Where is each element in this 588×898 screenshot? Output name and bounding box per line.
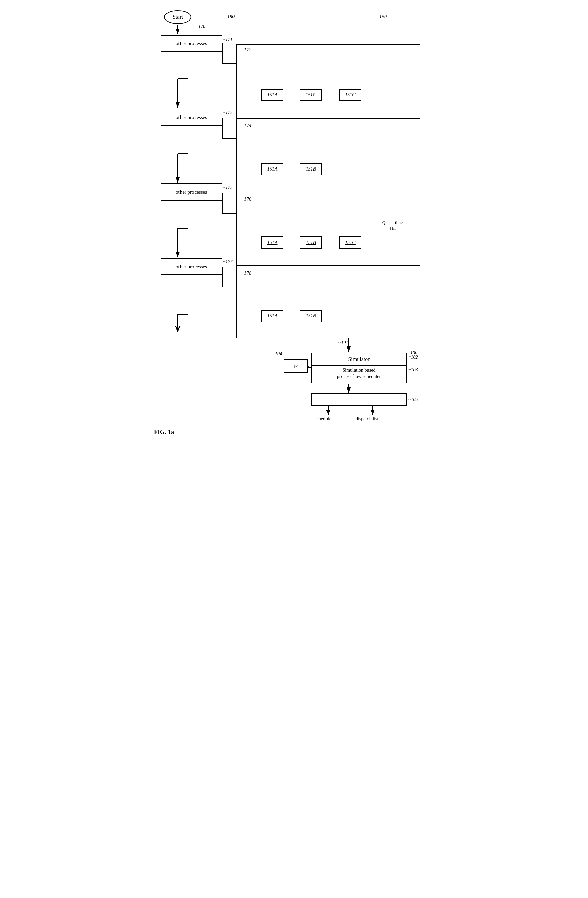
step-row3-b: 151B: [300, 237, 322, 249]
output-schedule: schedule: [314, 416, 331, 422]
simulator-top: Simulator: [312, 353, 406, 366]
output-box: [311, 393, 407, 406]
step-row1-b: 151C: [300, 89, 322, 101]
step-row1-c: 151C: [339, 89, 361, 101]
start-label: Start: [172, 14, 183, 20]
step-row3-a: 151A: [261, 237, 283, 249]
ref-170: 170: [198, 24, 205, 29]
row-section-4: 151A 151B: [237, 266, 420, 339]
step-row3-c: 151C: [339, 237, 361, 249]
ref-102: ~102: [408, 355, 418, 360]
queue-time-label: Queue time4 hr: [382, 220, 403, 231]
step-row2-a: 151A: [261, 163, 283, 175]
ref-101: ~101: [339, 340, 348, 346]
outer-box-150: 151A 151C 151C 151A 151B: [236, 45, 420, 338]
if-box: IF: [284, 360, 308, 373]
process-box-1: other processes: [161, 35, 222, 52]
simulator-box: Simulator Simulation basedprocess flow s…: [311, 353, 407, 383]
step-row4-b: 151B: [300, 310, 322, 322]
step-row4-a: 151A: [261, 310, 283, 322]
row-section-3: Queue time4 hr 151A 151B 151C: [237, 192, 420, 266]
ref-176: 176: [244, 197, 251, 202]
process-box-4: other processes: [161, 258, 222, 275]
process-box-3: other processes: [161, 183, 222, 201]
simulator-bottom: Simulation basedprocess flow scheduler: [312, 366, 406, 381]
start-oval: Start: [164, 10, 191, 24]
ref-150: 150: [379, 14, 386, 20]
ref-104: 104: [275, 351, 282, 357]
ref-174: 174: [244, 123, 251, 129]
ref-178: 178: [244, 271, 251, 276]
step-row2-b: 151B: [300, 163, 322, 175]
output-dispatch: dispatch list: [356, 416, 379, 422]
process-box-2: other processes: [161, 109, 222, 126]
ref-103: ~103: [408, 368, 418, 373]
row-section-1: 151A 151C 151C: [237, 45, 420, 118]
diagram-container: Start 170 180 150 other processes ~171 o…: [154, 7, 434, 437]
step-row1-a: 151A: [261, 89, 283, 101]
ref-105: ~105: [408, 397, 418, 403]
ref-173: ~173: [223, 110, 233, 115]
ref-175: ~175: [223, 185, 233, 190]
ref-180: 180: [227, 14, 234, 20]
fig-label: FIG. 1a: [154, 429, 174, 436]
ref-171: ~171: [223, 37, 233, 42]
ref-172: 172: [244, 47, 251, 52]
ref-177: ~177: [223, 259, 233, 265]
row-section-2: 151A 151B: [237, 118, 420, 192]
